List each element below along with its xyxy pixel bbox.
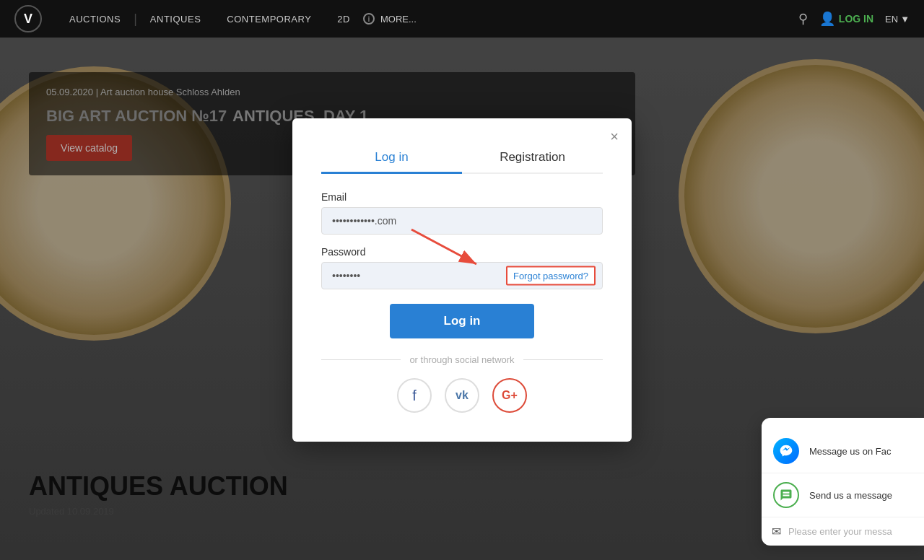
social-divider: or through social network bbox=[321, 354, 603, 365]
nav-auctions[interactable]: AUCTIONS bbox=[56, 14, 134, 25]
info-icon: i bbox=[363, 13, 375, 25]
password-label: Password bbox=[321, 246, 603, 258]
envelope-icon: ✉ bbox=[772, 525, 781, 538]
search-icon[interactable]: ⚲ bbox=[798, 11, 808, 27]
login-nav-link[interactable]: 👤 LOG IN bbox=[819, 11, 873, 27]
nav-right: ⚲ 👤 LOG IN EN ▼ bbox=[798, 11, 910, 27]
modal-tabs: Log in Registration bbox=[321, 143, 603, 174]
nav-antiques[interactable]: ANTIQUES bbox=[137, 14, 214, 25]
login-modal: × Log in Registration Email Password For… bbox=[292, 118, 632, 442]
nav-2d[interactable]: 2D bbox=[324, 14, 363, 25]
messenger-icon bbox=[773, 438, 799, 464]
forgot-password-link[interactable]: Forgot password? bbox=[506, 266, 596, 286]
social-icons: f vk G+ bbox=[321, 378, 603, 413]
tab-login[interactable]: Log in bbox=[321, 143, 462, 174]
chat-input-placeholder[interactable]: Please enter your messa bbox=[788, 526, 892, 537]
password-row: Forgot password? bbox=[321, 262, 603, 289]
chat-messenger-item[interactable]: Message us on Fac bbox=[762, 429, 924, 473]
chat-widget: Message us on Fac Send us a message ✉ Pl… bbox=[762, 418, 924, 546]
facebook-login-button[interactable]: f bbox=[397, 378, 432, 413]
sms-icon bbox=[773, 482, 799, 508]
chevron-down-icon: ▼ bbox=[900, 14, 910, 25]
chat-input-row: ✉ Please enter your messa bbox=[762, 517, 924, 546]
site-logo[interactable]: V bbox=[14, 5, 42, 32]
email-label: Email bbox=[321, 191, 603, 203]
tab-registration[interactable]: Registration bbox=[462, 143, 603, 174]
email-input[interactable] bbox=[321, 207, 603, 235]
google-plus-login-button[interactable]: G+ bbox=[492, 378, 527, 413]
user-icon: 👤 bbox=[819, 11, 835, 27]
close-button[interactable]: × bbox=[610, 128, 619, 145]
nav-contemporary[interactable]: CONTEMPORARY bbox=[214, 14, 324, 25]
nav-more[interactable]: i MORE... bbox=[363, 13, 417, 25]
login-button[interactable]: Log in bbox=[390, 304, 534, 338]
navbar: V AUCTIONS | ANTIQUES CONTEMPORARY 2D i … bbox=[0, 0, 924, 38]
vk-login-button[interactable]: vk bbox=[445, 378, 479, 413]
chat-sms-item[interactable]: Send us a message bbox=[762, 473, 924, 517]
sms-label: Send us a message bbox=[809, 490, 892, 501]
language-selector[interactable]: EN ▼ bbox=[885, 14, 910, 25]
nav-links: AUCTIONS | ANTIQUES CONTEMPORARY 2D i MO… bbox=[56, 12, 798, 27]
messenger-label: Message us on Fac bbox=[809, 446, 891, 457]
